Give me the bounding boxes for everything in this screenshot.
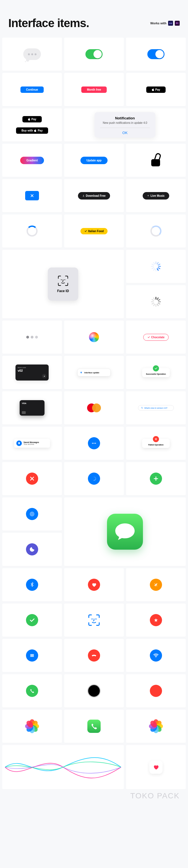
rainbow-spinner-icon bbox=[89, 332, 99, 342]
credit-card[interactable]: VISA bbox=[20, 400, 44, 415]
siri-wave-icon bbox=[5, 755, 121, 780]
apple-pay-button-2[interactable]: Pay bbox=[22, 116, 42, 122]
check-circle-icon bbox=[153, 365, 159, 371]
check-icon bbox=[147, 336, 150, 339]
svg-point-2 bbox=[141, 407, 143, 408]
svg-rect-6 bbox=[94, 476, 94, 477]
download-free-button[interactable]: Download Free bbox=[78, 192, 110, 199]
toggle-blue[interactable] bbox=[147, 49, 164, 59]
works-with: Works with Ae Pr bbox=[150, 21, 180, 26]
typing-bubble-icon bbox=[23, 49, 41, 60]
continue-button[interactable]: Continue bbox=[21, 87, 43, 93]
premiere-icon: Pr bbox=[175, 21, 180, 26]
confirm-button[interactable] bbox=[26, 614, 38, 626]
svg-rect-8 bbox=[95, 477, 96, 478]
menu-button[interactable] bbox=[26, 649, 38, 661]
svg-point-15 bbox=[95, 618, 96, 620]
svg-point-3 bbox=[92, 443, 93, 444]
svg-point-0 bbox=[61, 279, 62, 280]
apple-pay-button[interactable]: Pay bbox=[146, 87, 166, 93]
spinner-radial-blue-icon bbox=[151, 261, 161, 271]
buy-with-apple-pay-button[interactable]: Buy with Pay bbox=[16, 127, 48, 134]
works-with-label: Works with bbox=[150, 22, 166, 25]
gradient-button[interactable]: Gradient bbox=[20, 157, 44, 164]
loading-button bbox=[88, 472, 100, 485]
month-free-button[interactable]: Month free bbox=[81, 87, 106, 93]
bluetooth-button[interactable] bbox=[26, 579, 38, 591]
notification-dialog: Notification New push notifications in u… bbox=[95, 112, 155, 137]
svg-point-1 bbox=[64, 279, 65, 280]
apple-icon bbox=[34, 129, 36, 132]
mastercard-icon bbox=[87, 403, 101, 412]
svg-rect-12 bbox=[94, 480, 94, 481]
notification-title: Notification bbox=[100, 116, 150, 120]
saved-messages-toast[interactable]: Saved Messages Your archive bbox=[14, 439, 50, 448]
after-effects-icon: Ae bbox=[168, 21, 173, 26]
call-button[interactable] bbox=[26, 685, 38, 697]
update-app-button[interactable]: Update app bbox=[81, 157, 107, 164]
heart-button[interactable] bbox=[88, 579, 100, 591]
apple-icon bbox=[152, 88, 154, 91]
svg-rect-10 bbox=[95, 479, 96, 480]
notification-body: New push notifications in update 4.0 bbox=[100, 121, 150, 124]
apple-icon bbox=[28, 118, 30, 121]
search-pill[interactable]: What's new in version 4.0? bbox=[138, 405, 174, 411]
speech-bubble-icon bbox=[114, 522, 136, 541]
spinner-ring-light-icon bbox=[150, 225, 161, 237]
download-icon bbox=[83, 194, 85, 197]
add-button[interactable] bbox=[150, 472, 162, 485]
chip-icon bbox=[22, 411, 26, 414]
svg-rect-9 bbox=[95, 478, 96, 479]
face-id-card[interactable]: Face ID bbox=[48, 268, 78, 301]
airdrop-button[interactable] bbox=[26, 508, 38, 520]
footer-brand: TOKO PACK bbox=[0, 792, 188, 809]
live-music-button[interactable]: Live Music bbox=[143, 192, 169, 199]
record-active-button[interactable] bbox=[150, 685, 162, 697]
success-card: Successful Operation bbox=[142, 368, 170, 377]
face-id-icon bbox=[58, 275, 69, 286]
notification-ok-button[interactable]: OK bbox=[100, 128, 150, 137]
x-circle-icon bbox=[153, 436, 159, 442]
search-icon bbox=[141, 407, 143, 409]
messages-app-icon[interactable] bbox=[107, 514, 143, 550]
end-call-button[interactable] bbox=[88, 649, 100, 661]
music-pack-card[interactable]: Music pack v02 bbox=[15, 365, 49, 380]
star-button[interactable] bbox=[150, 614, 162, 626]
svg-point-16 bbox=[156, 657, 156, 657]
svg-point-14 bbox=[92, 618, 93, 620]
check-icon bbox=[84, 230, 87, 232]
svg-point-13 bbox=[32, 514, 33, 515]
do-not-disturb-button[interactable] bbox=[26, 543, 38, 555]
phone-app-icon[interactable] bbox=[87, 720, 101, 733]
backspace-tag-button[interactable] bbox=[25, 191, 39, 200]
close-button[interactable] bbox=[26, 472, 38, 485]
face-id-label: Face ID bbox=[57, 289, 69, 293]
failed-card: Failed Operation bbox=[142, 439, 170, 448]
photos-icon[interactable] bbox=[25, 720, 39, 733]
record-button[interactable] bbox=[87, 684, 101, 698]
loading-dots-icon bbox=[26, 336, 38, 339]
airplane-mode-button[interactable] bbox=[150, 579, 162, 591]
wifi-button[interactable] bbox=[150, 649, 162, 661]
play-icon[interactable] bbox=[42, 374, 46, 378]
italian-food-chip[interactable]: Italian Food bbox=[81, 228, 107, 234]
svg-point-4 bbox=[93, 443, 95, 444]
bookmark-icon bbox=[16, 440, 22, 446]
more-button[interactable] bbox=[88, 437, 100, 450]
health-app-icon[interactable] bbox=[149, 761, 163, 774]
svg-rect-7 bbox=[95, 477, 95, 478]
interface-update-card[interactable]: Interface update bbox=[77, 369, 111, 376]
unlock-icon bbox=[151, 154, 161, 166]
spinner-ring-icon bbox=[27, 225, 38, 237]
plus-icon bbox=[147, 194, 149, 197]
toggle-green[interactable] bbox=[86, 49, 102, 59]
chocolate-chip[interactable]: Chocolate bbox=[143, 334, 169, 341]
bolt-icon bbox=[80, 371, 83, 374]
svg-rect-11 bbox=[95, 480, 95, 481]
spinner-radial-gray-icon bbox=[151, 297, 161, 307]
page-title: Interface items. bbox=[8, 17, 89, 30]
svg-point-5 bbox=[95, 443, 96, 444]
photos-icon[interactable] bbox=[149, 720, 163, 733]
face-id-flat-icon bbox=[88, 614, 100, 626]
